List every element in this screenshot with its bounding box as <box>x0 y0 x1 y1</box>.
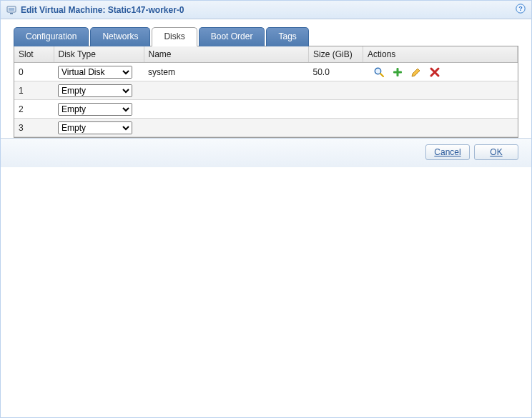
add-disk-button[interactable] <box>392 66 403 78</box>
cell-name <box>144 119 309 137</box>
cell-name <box>144 100 309 119</box>
window-title: Edit Virtual Machine: Static147-worker-0 <box>21 5 184 15</box>
cell-slot: 2 <box>14 100 54 119</box>
cell-disk-type: Virtual DiskEmpty <box>54 63 144 81</box>
ok-button[interactable]: OK <box>474 144 518 160</box>
svg-text:?: ? <box>518 5 523 12</box>
disk-type-select[interactable]: Virtual DiskEmpty <box>58 121 132 134</box>
tabs-area: ConfigurationNetworksDisksBoot OrderTags… <box>1 19 531 138</box>
vm-icon <box>6 5 16 15</box>
disks-table: Slot Disk Type Name Size (GiB) Actions 0… <box>14 46 518 137</box>
dialog-footer: Cancel OK <box>1 138 531 167</box>
tab-disks[interactable]: Disks <box>152 27 197 46</box>
svg-rect-2 <box>10 13 13 14</box>
col-type[interactable]: Disk Type <box>54 46 144 63</box>
tab-configuration[interactable]: Configuration <box>14 27 89 46</box>
table-row[interactable]: 3Virtual DiskEmpty <box>14 119 518 137</box>
titlebar: Edit Virtual Machine: Static147-worker-0… <box>1 1 531 19</box>
cell-size <box>309 81 363 100</box>
svg-line-6 <box>380 74 383 76</box>
disk-type-select[interactable]: Virtual DiskEmpty <box>58 84 132 97</box>
tab-strip: ConfigurationNetworksDisksBoot OrderTags <box>1 26 531 46</box>
col-actions[interactable]: Actions <box>363 46 518 63</box>
cell-slot: 3 <box>14 119 54 137</box>
cell-slot: 1 <box>14 81 54 100</box>
tab-networks[interactable]: Networks <box>90 27 150 46</box>
edit-vm-dialog: Edit Virtual Machine: Static147-worker-0… <box>0 0 532 418</box>
cell-name: system <box>144 63 309 81</box>
cell-name <box>144 81 309 100</box>
svg-rect-1 <box>9 8 14 11</box>
cell-size <box>309 119 363 137</box>
disks-panel: Slot Disk Type Name Size (GiB) Actions 0… <box>14 46 518 138</box>
delete-icon <box>429 66 440 78</box>
cell-size <box>309 100 363 119</box>
col-size[interactable]: Size (GiB) <box>309 46 363 63</box>
cell-slot: 0 <box>14 63 54 81</box>
disk-type-select[interactable]: Virtual DiskEmpty <box>58 103 132 116</box>
delete-disk-button[interactable] <box>429 66 440 78</box>
cell-actions <box>363 63 518 81</box>
cell-actions <box>363 119 518 137</box>
col-name[interactable]: Name <box>144 46 309 63</box>
table-header-row: Slot Disk Type Name Size (GiB) Actions <box>14 46 518 63</box>
table-row[interactable]: 1Virtual DiskEmpty <box>14 81 518 100</box>
view-disk-button[interactable] <box>373 66 385 78</box>
edit-disk-button[interactable] <box>410 66 422 78</box>
cell-actions <box>363 100 518 119</box>
cell-disk-type: Virtual DiskEmpty <box>54 81 144 100</box>
col-slot[interactable]: Slot <box>14 46 54 63</box>
help-icon[interactable]: ? <box>516 4 526 14</box>
cell-disk-type: Virtual DiskEmpty <box>54 100 144 119</box>
cell-disk-type: Virtual DiskEmpty <box>54 119 144 137</box>
disk-type-select[interactable]: Virtual DiskEmpty <box>58 66 132 79</box>
tab-boot-order[interactable]: Boot Order <box>199 27 265 46</box>
table-row[interactable]: 2Virtual DiskEmpty <box>14 100 518 119</box>
view-icon <box>373 66 385 78</box>
cancel-button[interactable]: Cancel <box>425 144 470 160</box>
edit-icon <box>410 66 422 78</box>
tab-tags[interactable]: Tags <box>266 27 308 46</box>
table-row[interactable]: 0Virtual DiskEmptysystem50.0 <box>14 63 518 81</box>
svg-rect-8 <box>393 71 402 73</box>
cell-size: 50.0 <box>309 63 363 81</box>
add-icon <box>392 66 403 78</box>
cell-actions <box>363 81 518 100</box>
